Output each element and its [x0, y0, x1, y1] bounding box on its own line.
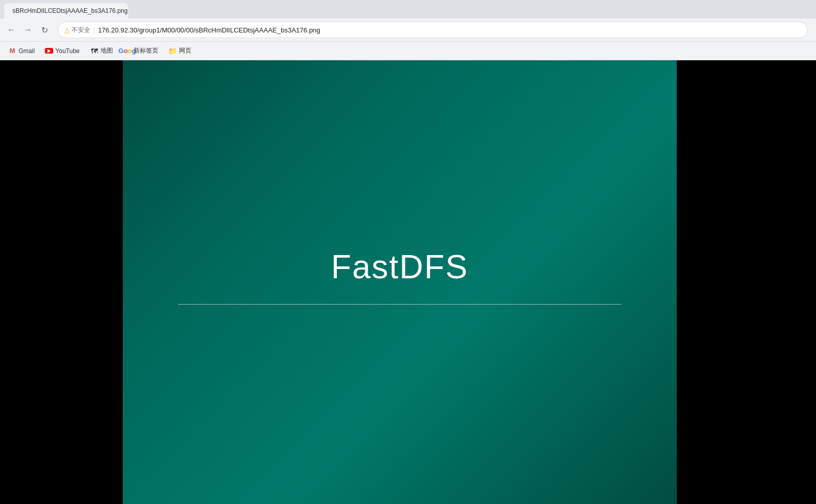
bookmark-newtab-label: 新标签页	[134, 46, 158, 55]
folder-icon: 📁	[169, 47, 177, 55]
forward-button[interactable]: →	[21, 23, 35, 37]
reload-button[interactable]: ↻	[37, 23, 52, 37]
youtube-icon	[45, 47, 53, 55]
tab-title: sBRcHmDlILCEDtsjAAAAE_bs3A176.png	[12, 7, 127, 14]
left-black-bar	[0, 60, 123, 504]
google-icon: Goog	[123, 47, 132, 55]
url-text: 176.20.92.30/group1/M00/00/00/sBRcHmDlIL…	[98, 26, 801, 34]
address-bar[interactable]: △ 不安全 | 176.20.92.30/group1/M00/00/00/sB…	[58, 22, 808, 38]
url-separator: |	[93, 26, 95, 33]
slide-divider	[178, 304, 621, 305]
bookmark-youtube[interactable]: YouTube	[41, 45, 84, 57]
bookmark-maps-label: 地图	[101, 46, 113, 55]
bookmark-web[interactable]: 📁 网页	[165, 44, 195, 57]
security-label: 不安全	[72, 26, 90, 35]
bookmark-youtube-label: YouTube	[55, 47, 79, 55]
bookmark-newtab[interactable]: Goog 新标签页	[119, 44, 162, 57]
back-button[interactable]: ←	[4, 23, 19, 37]
slide-content: FastDFS	[123, 60, 677, 504]
slide-title: FastDFS	[331, 248, 468, 286]
active-tab[interactable]: sBRcHmDlILCEDtsjAAAAE_bs3A176.png	[4, 3, 128, 19]
bookmark-web-label: 网页	[179, 46, 191, 55]
maps-icon: 🗺	[90, 47, 99, 55]
tab-bar: sBRcHmDlILCEDtsjAAAAE_bs3A176.png	[0, 0, 816, 19]
bookmark-maps[interactable]: 🗺 地图	[86, 44, 117, 57]
browser-chrome: sBRcHmDlILCEDtsjAAAAE_bs3A176.png ← → ↻ …	[0, 0, 816, 60]
bookmarks-bar: M Gmail YouTube 🗺 地图 Goog 新标签页 📁 网页	[0, 41, 816, 60]
bookmark-gmail-label: Gmail	[19, 47, 35, 55]
gmail-icon: M	[8, 47, 17, 55]
security-icon: △ 不安全	[64, 26, 90, 35]
bookmark-gmail[interactable]: M Gmail	[4, 45, 39, 57]
right-black-bar	[677, 60, 816, 504]
nav-bar: ← → ↻ △ 不安全 | 176.20.92.30/group1/M00/00…	[0, 19, 816, 41]
main-content: FastDFS	[0, 60, 816, 504]
